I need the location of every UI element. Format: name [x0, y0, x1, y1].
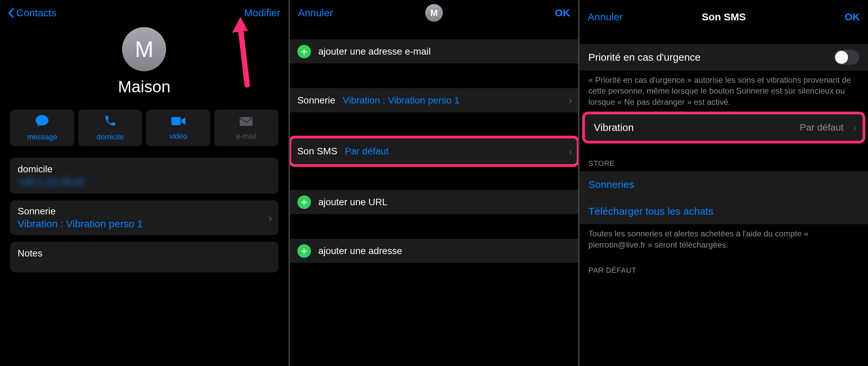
- contact-name: Maison: [0, 77, 289, 96]
- message-icon: [35, 114, 49, 129]
- edit-list: + ajouter une adresse e-mail Sonnerie Vi…: [290, 26, 578, 366]
- svg-rect-0: [171, 117, 181, 125]
- ok-button[interactable]: OK: [845, 11, 860, 23]
- chevron-right-icon: ›: [569, 146, 572, 157]
- back-label: Contacts: [16, 7, 56, 19]
- edit-button[interactable]: Modifier: [244, 7, 280, 19]
- ringtones-link[interactable]: Sonneries: [579, 171, 868, 198]
- toggle-knob: [835, 51, 848, 64]
- vibration-value: Par défaut: [800, 122, 844, 133]
- priority-toggle[interactable]: [834, 50, 859, 65]
- email-button: e-mail: [214, 110, 278, 146]
- nav-bar: Annuler Son SMS OK: [579, 0, 868, 34]
- notes-card[interactable]: Notes: [10, 242, 278, 272]
- add-email-row[interactable]: + ajouter une adresse e-mail: [290, 39, 578, 64]
- phone-field-label: domicile: [18, 164, 271, 175]
- add-address-row[interactable]: + ajouter une adresse: [290, 239, 578, 263]
- ringtone-card[interactable]: Sonnerie Vibration : Vibration perso 1 ›: [10, 200, 278, 235]
- cancel-button[interactable]: Annuler: [588, 11, 623, 23]
- video-icon: [171, 115, 186, 129]
- avatar: M: [122, 27, 166, 71]
- vibration-highlight: Vibration Par défaut ›: [582, 112, 865, 143]
- call-button[interactable]: domicile: [78, 110, 142, 146]
- plus-icon: +: [297, 195, 311, 209]
- download-all-link[interactable]: Télécharger tous les achats: [579, 198, 868, 224]
- nav-bar: Contacts Modifier: [0, 0, 289, 26]
- emergency-priority-row[interactable]: Priorité en cas d'urgence: [579, 44, 868, 71]
- edit-contact-pane: Annuler M OK + ajouter une adresse e-mai…: [290, 0, 578, 366]
- chevron-right-icon: ›: [569, 95, 572, 106]
- default-header: PAR DÉFAUT: [579, 253, 868, 278]
- settings-list: Priorité en cas d'urgence « Priorité en …: [579, 34, 868, 366]
- video-button[interactable]: vidéo: [146, 110, 210, 146]
- mail-icon: [239, 115, 253, 129]
- message-button[interactable]: message: [10, 110, 74, 146]
- store-header: STORE: [579, 146, 868, 171]
- phone-icon: [104, 114, 117, 129]
- add-url-row[interactable]: + ajouter une URL: [290, 190, 578, 214]
- vibration-row[interactable]: Vibration Par défaut ›: [585, 114, 863, 141]
- back-button[interactable]: Contacts: [8, 7, 56, 19]
- chevron-back-icon: [8, 8, 14, 18]
- action-buttons: message domicile vidéo e-mail: [0, 96, 289, 154]
- ringtone-row[interactable]: Sonnerie Vibration : Vibration perso 1 ›: [290, 88, 578, 113]
- plus-icon: +: [297, 244, 311, 258]
- chevron-right-icon: ›: [268, 211, 272, 225]
- svg-rect-1: [240, 117, 253, 126]
- download-note: Toutes les sonneries et alertes achetées…: [579, 224, 868, 253]
- plus-icon: +: [297, 45, 311, 58]
- nav-bar: Annuler M OK: [290, 0, 578, 26]
- cancel-button[interactable]: Annuler: [298, 7, 333, 19]
- phone-card[interactable]: domicile +33 1 23 45 67: [10, 158, 278, 194]
- chevron-right-icon: ›: [853, 122, 856, 133]
- notes-label: Notes: [18, 248, 271, 259]
- nav-avatar-wrap: M: [290, 4, 578, 22]
- ok-button[interactable]: OK: [555, 7, 570, 19]
- avatar: M: [425, 4, 443, 22]
- sms-sound-pane: Annuler Son SMS OK Priorité en cas d'urg…: [579, 0, 868, 366]
- ringtone-label: Sonnerie: [18, 206, 271, 217]
- contact-card-pane: Contacts Modifier M Maison message domic…: [0, 0, 289, 366]
- sms-sound-row[interactable]: Son SMS Par défaut ›: [290, 137, 578, 166]
- phone-number: +33 1 23 45 67: [18, 176, 86, 188]
- priority-note: « Priorité en cas d'urgence » autorise l…: [579, 71, 868, 110]
- ringtone-value: Vibration : Vibration perso 1: [18, 218, 271, 230]
